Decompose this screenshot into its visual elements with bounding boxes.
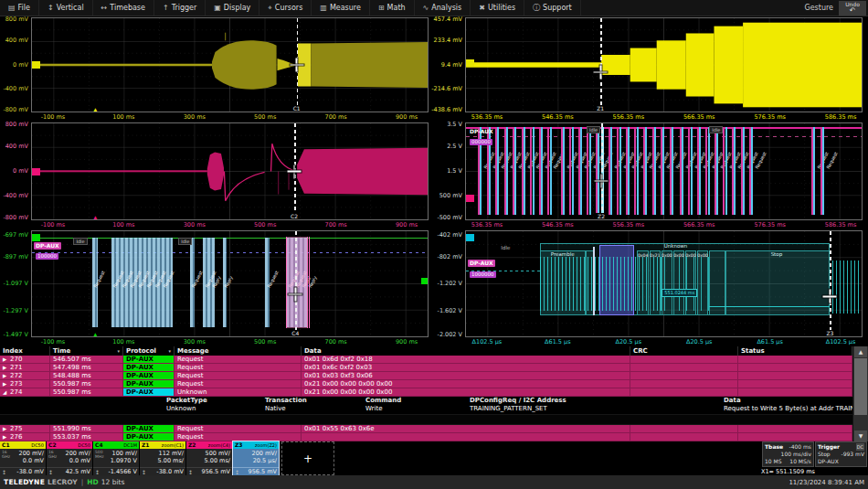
menu-support[interactable]: Support <box>524 0 581 16</box>
col-label: Time <box>53 347 70 355</box>
zoom-id: Z1 <box>142 441 150 449</box>
trigger-source: DP-AUX <box>818 458 839 465</box>
col-time[interactable]: Time▾ <box>50 346 123 356</box>
table-row[interactable]: ▶271 547.498 ms DP-AUX Request 0x01 0x6c… <box>0 364 868 372</box>
y-tick: -802 mV <box>437 253 462 260</box>
x-tick: 900 ms <box>396 113 418 121</box>
col-protocol[interactable]: Protocol▾ <box>123 346 175 356</box>
c4-bus-label[interactable]: DP-AUX <box>34 242 61 250</box>
expand-arrow-icon[interactable]: ▶ <box>3 380 10 388</box>
cursors-icon <box>268 4 272 13</box>
waveform-plot-z2[interactable]: RequestRequestRequestRequestRequestReque… <box>465 122 863 220</box>
menu-utilities[interactable]: Utilities <box>471 0 524 16</box>
table-row-expanded[interactable]: ◢274 550.987 ms DP-AUX Unknown 0x21 0x00… <box>0 388 868 397</box>
grid-panel-c4: -697 mV -897 mV -1.097 V -1.297 V -1.497… <box>0 229 434 346</box>
z3-cursor-line[interactable] <box>830 231 831 336</box>
z3-time-tooltip: 551.0244 ms <box>662 289 697 297</box>
x-tick: 556.35 ms <box>613 113 645 121</box>
grid-panel-c1: 800 mV 400 mV 0 mV -400 mV -800 mV <box>0 16 434 122</box>
menu-math[interactable]: Math <box>370 0 415 16</box>
col-status[interactable]: Status <box>738 346 852 356</box>
zoom-descriptor-z3[interactable]: Z3zoom(Z2) 200 mV/20.5 μs/ ↕956.5 mV <box>233 441 279 475</box>
zoom-id: Z3 <box>235 441 243 449</box>
table-scrollbar[interactable]: ▲ ▼ <box>852 346 868 441</box>
x-tick: -100 ms <box>41 338 66 345</box>
waveform-plot-z3[interactable]: Idle Unknown Preamble 0x04 0x21 0x00 0x0… <box>465 230 863 337</box>
undo-button[interactable]: Undo↶ <box>839 1 866 16</box>
z3-byte-segment[interactable]: 0x00 <box>662 250 672 315</box>
collapse-arrow-icon[interactable]: ◢ <box>3 388 10 396</box>
add-trace-button[interactable]: + <box>281 441 334 475</box>
sort-arrow-icon[interactable]: ▾ <box>117 346 120 356</box>
scrollbar-thumb[interactable] <box>854 358 867 415</box>
z2-crosshair-icon <box>595 175 609 188</box>
expand-arrow-icon[interactable]: ▶ <box>3 364 10 371</box>
col-message[interactable]: Message <box>175 346 302 356</box>
scroll-down-button[interactable]: ▼ <box>854 431 867 441</box>
menu-vertical[interactable]: Vertical <box>39 0 93 16</box>
scroll-up-button[interactable]: ▲ <box>854 346 867 357</box>
table-row[interactable]: ▶272 548.488 ms DP-AUX Request 0x01 0x03… <box>0 372 868 380</box>
timebase-box[interactable]: Tbase-400 ms 100 ms/div 10 MS10 MS/s <box>762 441 814 467</box>
z3-cursor-label: Z3 <box>824 330 835 336</box>
x-tick: 100 ms <box>112 338 134 345</box>
trigger-box[interactable]: TriggerDC Stop-993 mV DP-AUX <box>815 441 867 467</box>
menu-measure[interactable]: Measure <box>312 0 370 16</box>
channel-descriptor-c1[interactable]: C1DC50 16GHz 200 mV/0.0 mV ↕-38.0 mV <box>0 441 46 475</box>
undo-icon: ↶ <box>850 7 856 15</box>
z2-cursor-line[interactable] <box>601 123 603 219</box>
x1-cursor-readout: X1= 551.1509 ms <box>761 468 868 475</box>
sort-arrow-icon[interactable]: ▾ <box>168 346 171 356</box>
menu-analysis[interactable]: Analysis <box>415 0 471 16</box>
waveform-plot-z1[interactable]: Z1 <box>465 17 863 112</box>
c4-y-axis: -697 mV -897 mV -1.097 V -1.297 V -1.497… <box>0 229 30 337</box>
menu-display[interactable]: Display <box>206 0 259 16</box>
channel-descriptor-c4[interactable]: C4DC1M 500MHz 100 mV/1.0970 V ↕-1.4566 V <box>93 441 139 475</box>
z3-byte-segment[interactable]: 0x00 <box>685 250 696 315</box>
zoom-descriptor-z2[interactable]: Z2zoom(C4) 500 mV/5.00 ms/ ↕956.5 mV <box>186 441 232 475</box>
z3-byte-segment[interactable]: 0x04 <box>637 250 648 315</box>
z1-crosshair-icon <box>594 66 608 80</box>
c1-crosshair-icon <box>290 58 303 72</box>
menu-label: File <box>18 4 30 12</box>
menu-label: Vertical <box>57 4 84 12</box>
zoom-descriptor-z1[interactable]: Z1zoom(C1) 112 mV/5.00 ms/ ↕-38.0 mV <box>140 441 185 475</box>
menu-file[interactable]: File <box>0 0 39 16</box>
z3-bus-label[interactable]: DP-AUX <box>468 260 495 267</box>
z3-byte-segment[interactable]: 0x00 <box>697 250 708 315</box>
table-row[interactable]: ▶273 550.987 ms DP-AUX Request 0x21 0x00… <box>0 380 868 388</box>
z3-byte-segment[interactable]: 0x00 <box>673 250 684 315</box>
menu-timebase[interactable]: Timebase <box>93 0 154 16</box>
expand-arrow-icon[interactable]: ▶ <box>3 356 10 363</box>
zoom-vscale: 200 mV/ <box>235 450 277 457</box>
expand-arrow-icon[interactable]: ▶ <box>3 425 10 432</box>
trigger-icon <box>163 4 169 12</box>
col-crc[interactable]: CRC <box>630 346 738 356</box>
idle-annotation: Idle <box>709 126 723 133</box>
table-row[interactable]: ▶276 553.037 ms DP-AUX Request <box>0 433 868 441</box>
x-tick: 566.35 ms <box>683 221 715 229</box>
waveform-plot-c4[interactable]: RequestRequestRequestRequestRequestReque… <box>31 230 429 337</box>
x-tick: 566.35 ms <box>683 113 715 121</box>
zoom-source: zoom(C1) <box>162 441 184 449</box>
col-data[interactable]: Data <box>302 346 630 356</box>
menu-cursors[interactable]: Cursors <box>259 0 312 16</box>
z3-byte-segment[interactable]: 0x21 <box>650 250 661 315</box>
c4-cursor-line[interactable] <box>295 231 297 336</box>
x-tick: 586.35 ms <box>825 113 857 121</box>
y-tick: -1.602 V <box>438 307 462 314</box>
menu-trigger[interactable]: Trigger <box>154 0 206 16</box>
waveform-plot-c1[interactable]: C1 <box>31 17 429 112</box>
waveform-plot-c2[interactable]: C2 <box>31 122 429 220</box>
expand-arrow-icon[interactable]: ▶ <box>3 433 10 441</box>
packet-detail-panel: PacketType Transaction Command DPConfigR… <box>0 397 868 414</box>
c4-x-axis: -100 ms 100 ms 300 ms 500 ms 700 ms 900 … <box>31 337 429 346</box>
table-row[interactable]: ▶270 546.507 ms DP-AUX Request 0x01 0x6d… <box>0 356 868 364</box>
y-tick: -438.6 mV <box>431 106 462 113</box>
expand-arrow-icon[interactable]: ▶ <box>3 372 10 379</box>
z2-bus-label[interactable]: DP-AUX <box>468 128 495 135</box>
channel-descriptor-c2[interactable]: C2DC50 16GHz 200 mV/0.0 mV ↕42.5 mV <box>47 441 92 475</box>
y-tick: 400 mV <box>5 143 28 150</box>
table-row[interactable]: ▶275 551.990 ms DP-AUX Request 0x01 0x55… <box>0 425 868 433</box>
col-index[interactable]: Index <box>0 346 50 356</box>
